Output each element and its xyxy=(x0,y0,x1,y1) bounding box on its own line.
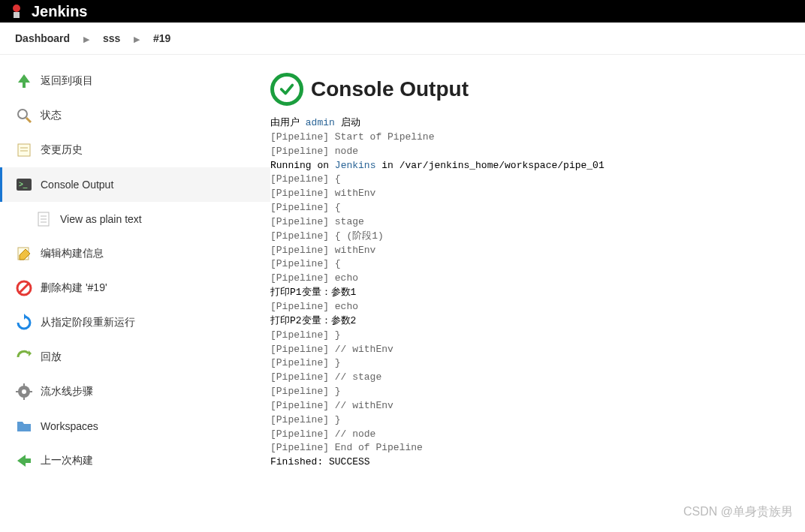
svg-text:>_: >_ xyxy=(19,180,28,188)
svg-rect-21 xyxy=(29,391,32,392)
console-line: [Pipeline] } xyxy=(270,329,797,343)
sidebar-item-replay[interactable]: 回放 xyxy=(0,340,270,374)
svg-rect-20 xyxy=(16,391,19,392)
gear-icon xyxy=(15,383,33,401)
success-icon xyxy=(270,73,303,106)
sidebar-item-label: 状态 xyxy=(41,109,62,122)
main-layout: 返回到项目 状态 变更历史 >_ Console Output View as … xyxy=(0,55,805,488)
sidebar-item-label: Workspaces xyxy=(41,420,98,432)
crumb-dashboard[interactable]: Dashboard xyxy=(15,32,70,44)
sidebar-item-label: 编辑构建信息 xyxy=(41,247,104,260)
svg-point-2 xyxy=(18,110,27,119)
console-line: [Pipeline] // stage xyxy=(270,371,797,385)
user-link[interactable]: admin xyxy=(306,117,335,128)
console-line: 打印P1变量：参数1 xyxy=(270,286,797,300)
sidebar-item-delete[interactable]: 删除构建 '#19' xyxy=(0,271,270,305)
edit-icon xyxy=(15,245,33,263)
console-line: [Pipeline] { xyxy=(270,173,797,187)
svg-point-0 xyxy=(13,5,20,12)
svg-rect-19 xyxy=(23,397,25,400)
arrow-up-icon xyxy=(15,72,33,90)
jenkins-logo-icon xyxy=(8,2,26,20)
console-line: [Pipeline] } xyxy=(270,413,797,428)
console-line: [Pipeline] Start of Pipeline xyxy=(270,131,797,145)
svg-point-17 xyxy=(22,389,26,394)
sidebar-item-label: View as plain text xyxy=(60,213,142,225)
sidebar-item-plaintext[interactable]: View as plain text xyxy=(0,202,270,236)
sidebar-item-label: 上一次构建 xyxy=(41,454,93,467)
terminal-icon: >_ xyxy=(15,176,33,194)
console-line: [Pipeline] { xyxy=(270,201,797,215)
sidebar-item-back[interactable]: 返回到项目 xyxy=(0,64,270,98)
sidebar-item-label: 回放 xyxy=(41,350,62,364)
chevron-right-icon: ▶ xyxy=(134,35,140,44)
crumb-project[interactable]: sss xyxy=(103,32,120,44)
console-line: [Pipeline] } xyxy=(270,356,797,371)
sidebar-item-label: 流水线步骤 xyxy=(41,385,93,398)
console-line: [Pipeline] { (阶段1) xyxy=(270,230,797,244)
sidebar-item-changes[interactable]: 变更历史 xyxy=(0,133,270,167)
arrow-left-icon xyxy=(15,452,33,470)
console-line: [Pipeline] withEnv xyxy=(270,244,797,258)
sidebar-item-prev[interactable]: 上一次构建 xyxy=(0,443,270,478)
folder-icon xyxy=(15,417,33,435)
console-line: [Pipeline] echo xyxy=(270,272,797,286)
sidebar-item-console[interactable]: >_ Console Output xyxy=(0,167,270,202)
main-content: Console Output 由用户 admin 启动 [Pipeline] S… xyxy=(270,55,805,488)
console-line: Running on Jenkins in /var/jenkins_home/… xyxy=(270,159,797,173)
sidebar-item-label: 返回到项目 xyxy=(41,74,93,88)
crumb-build[interactable]: #19 xyxy=(153,32,170,44)
console-line: [Pipeline] { xyxy=(270,257,797,272)
console-line: 由用户 admin 启动 xyxy=(270,116,797,131)
document-icon xyxy=(35,210,53,228)
console-line: [Pipeline] End of Pipeline xyxy=(270,441,797,455)
sidebar-item-label: Console Output xyxy=(41,179,113,191)
console-line: 打印P2变量：参数2 xyxy=(270,314,797,329)
sidebar-item-steps[interactable]: 流水线步骤 xyxy=(0,374,270,409)
console-line: [Pipeline] stage xyxy=(270,215,797,230)
brand-name[interactable]: Jenkins xyxy=(32,3,87,20)
console-line: [Pipeline] echo xyxy=(270,300,797,314)
console-line: [Pipeline] withEnv xyxy=(270,187,797,201)
notepad-icon xyxy=(15,141,33,159)
sidebar-item-label: 删除构建 '#19' xyxy=(41,281,107,295)
sidebar: 返回到项目 状态 变更历史 >_ Console Output View as … xyxy=(0,55,270,488)
svg-rect-4 xyxy=(18,144,30,156)
console-line: [Pipeline] // withEnv xyxy=(270,399,797,413)
sidebar-item-label: 变更历史 xyxy=(41,143,83,157)
chevron-right-icon: ▶ xyxy=(83,35,89,44)
page-title-row: Console Output xyxy=(270,73,797,106)
svg-rect-18 xyxy=(23,383,25,386)
console-line: [Pipeline] // node xyxy=(270,428,797,442)
sidebar-item-label: 从指定阶段重新运行 xyxy=(41,316,135,329)
svg-line-3 xyxy=(26,118,31,122)
redo-icon xyxy=(15,348,33,366)
refresh-icon xyxy=(15,314,33,332)
console-line: [Pipeline] // withEnv xyxy=(270,343,797,357)
breadcrumb: Dashboard ▶ sss ▶ #19 xyxy=(0,23,805,55)
node-link[interactable]: Jenkins xyxy=(335,160,376,171)
prohibit-icon xyxy=(15,279,33,297)
sidebar-item-status[interactable]: 状态 xyxy=(0,98,270,133)
console-output: 由用户 admin 启动 [Pipeline] Start of Pipelin… xyxy=(270,116,797,470)
sidebar-item-restart[interactable]: 从指定阶段重新运行 xyxy=(0,305,270,340)
svg-line-15 xyxy=(20,284,29,293)
console-line: [Pipeline] } xyxy=(270,385,797,399)
page-title: Console Output xyxy=(311,77,469,101)
sidebar-item-workspaces[interactable]: Workspaces xyxy=(0,409,270,443)
console-line: [Pipeline] node xyxy=(270,145,797,159)
sidebar-item-edit[interactable]: 编辑构建信息 xyxy=(0,236,270,271)
console-line: Finished: SUCCESS xyxy=(270,455,797,470)
search-icon xyxy=(15,107,33,125)
svg-rect-1 xyxy=(14,12,20,18)
top-bar: Jenkins xyxy=(0,0,805,23)
